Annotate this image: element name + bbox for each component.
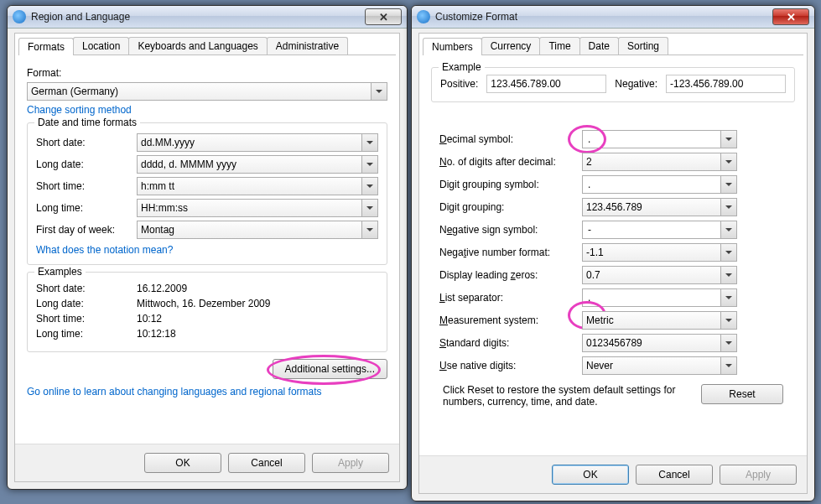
online-link[interactable]: Go online to learn about changing langua… <box>27 386 387 397</box>
neg-sign-label: Negative sign symbol: <box>439 224 582 236</box>
tab-time[interactable]: Time <box>539 37 579 55</box>
tab-sorting[interactable]: Sorting <box>618 37 668 55</box>
standard-digits-combo[interactable]: 0123456789 <box>582 334 737 352</box>
customize-format-dialog: Customize Format ✕ Numbers Currency Time… <box>411 5 815 501</box>
chevron-down-icon <box>361 156 377 173</box>
first-dow-combo[interactable]: Montag <box>137 221 378 239</box>
chevron-down-icon <box>720 312 736 329</box>
chevron-down-icon <box>720 176 736 193</box>
tab-numbers[interactable]: Numbers <box>423 38 482 55</box>
list-separator-label: List separator: <box>439 292 582 304</box>
reset-button[interactable]: Reset <box>701 384 783 404</box>
digit-grouping-combo[interactable]: 123.456.789 <box>582 198 737 216</box>
short-date-label: Short date: <box>36 137 137 148</box>
tab-date[interactable]: Date <box>579 37 619 55</box>
negative-example: -123.456.789.00 <box>666 75 786 93</box>
leading-zeros-combo[interactable]: 0.7 <box>582 266 737 284</box>
list-separator-combo[interactable] <box>582 288 737 307</box>
dialog-body: Numbers Currency Time Date Sorting Examp… <box>418 33 808 494</box>
positive-example: 123.456.789.00 <box>486 75 606 93</box>
cancel-button[interactable]: Cancel <box>636 465 713 485</box>
close-button[interactable]: ✕ <box>365 8 402 25</box>
tab-location[interactable]: Location <box>73 37 129 55</box>
numbers-panel: Example Positive: 123.456.789.00 Negativ… <box>419 55 807 458</box>
short-time-label: Short time: <box>36 180 137 192</box>
globe-icon <box>13 10 26 23</box>
chevron-down-icon <box>361 200 377 216</box>
apply-button[interactable]: Apply <box>312 453 389 473</box>
examples-group: Examples Short date:16.12.2009 Long date… <box>27 272 387 352</box>
short-time-combo[interactable]: h:mm tt <box>137 177 378 195</box>
window-title: Customize Format <box>435 11 772 23</box>
titlebar[interactable]: Region and Language ✕ <box>8 6 407 29</box>
decimal-symbol-combo[interactable] <box>582 130 737 148</box>
tab-keyboards[interactable]: Keyboards and Languages <box>128 37 267 55</box>
reset-note: Click Reset to restore the system defaul… <box>431 379 795 408</box>
format-value: German (Germany) <box>31 86 118 97</box>
chevron-down-icon <box>720 153 736 170</box>
example-short-time: 10:12 <box>137 313 378 325</box>
negative-label: Negative: <box>615 78 657 90</box>
decimal-symbol-label: Decimal symbol: <box>439 133 582 145</box>
tab-strip: Formats Location Keyboards and Languages… <box>18 37 396 55</box>
chevron-down-icon <box>720 199 736 216</box>
long-date-label: Long date: <box>36 158 137 170</box>
native-digits-combo[interactable]: Never <box>582 356 737 375</box>
leading-zeros-label: Display leading zeros: <box>439 269 582 281</box>
additional-settings-button[interactable]: Additional settings... <box>273 359 387 379</box>
example-short-date: 16.12.2009 <box>137 283 378 294</box>
example-long-time: 10:12:18 <box>137 328 378 340</box>
chevron-down-icon <box>720 267 736 283</box>
globe-icon <box>417 10 430 23</box>
tab-strip: Numbers Currency Time Date Sorting <box>423 37 803 55</box>
cancel-button[interactable]: Cancel <box>228 453 305 473</box>
format-label: Format: <box>27 67 387 79</box>
titlebar[interactable]: Customize Format ✕ <box>412 6 814 29</box>
long-time-label: Long time: <box>36 202 137 214</box>
positive-label: Positive: <box>440 78 478 90</box>
tab-currency[interactable]: Currency <box>481 37 541 55</box>
grouping-symbol-combo[interactable] <box>582 175 737 194</box>
chevron-down-icon <box>720 335 736 351</box>
apply-button[interactable]: Apply <box>720 465 797 485</box>
ok-button[interactable]: OK <box>552 465 629 485</box>
digit-grouping-label: Digit grouping: <box>439 201 582 213</box>
date-time-formats-group: Date and time formats Short date:dd.MM.y… <box>27 122 387 265</box>
neg-format-label: Negative number format: <box>439 247 582 258</box>
short-date-combo[interactable]: dd.MM.yyyy <box>137 133 378 152</box>
tab-admin[interactable]: Administrative <box>267 37 348 55</box>
neg-sign-combo[interactable] <box>582 221 737 239</box>
example-long-date: Mittwoch, 16. Dezember 2009 <box>137 298 378 309</box>
chevron-down-icon <box>371 83 387 100</box>
change-sorting-link[interactable]: Change sorting method <box>27 104 387 116</box>
button-bar: OK Cancel Apply <box>419 455 807 493</box>
decimal-symbol-input[interactable] <box>586 131 733 148</box>
chevron-down-icon <box>361 178 377 195</box>
long-date-combo[interactable]: dddd, d. MMMM yyyy <box>137 155 378 174</box>
digits-after-decimal-combo[interactable]: 2 <box>582 153 737 171</box>
chevron-down-icon <box>720 244 736 261</box>
formats-panel: Format: German (Germany) Change sorting … <box>15 55 399 406</box>
grouping-symbol-label: Digit grouping symbol: <box>439 179 582 190</box>
long-time-combo[interactable]: HH:mm:ss <box>137 199 378 217</box>
example-group: Example Positive: 123.456.789.00 Negativ… <box>431 67 795 102</box>
digits-after-decimal-label: No. of digits after decimal: <box>439 156 582 168</box>
dialog-body: Formats Location Keyboards and Languages… <box>14 33 400 482</box>
chevron-down-icon <box>361 221 377 238</box>
measurement-combo[interactable]: Metric <box>582 311 737 330</box>
chevron-down-icon <box>720 357 736 374</box>
neg-format-combo[interactable]: -1.1 <box>582 243 737 262</box>
chevron-down-icon <box>720 221 736 238</box>
first-dow-label: First day of week: <box>36 224 137 236</box>
format-combo[interactable]: German (Germany) <box>27 82 387 101</box>
ok-button[interactable]: OK <box>144 453 221 473</box>
group-title: Date and time formats <box>34 117 140 128</box>
notation-link[interactable]: What does the notation mean? <box>36 244 378 256</box>
chevron-down-icon <box>361 134 377 151</box>
close-button[interactable]: ✕ <box>772 8 809 25</box>
group-title: Examples <box>34 266 86 278</box>
measurement-label: Measurement system: <box>439 314 582 326</box>
standard-digits-label: Standard digits: <box>439 337 582 349</box>
tab-formats[interactable]: Formats <box>18 38 74 55</box>
region-language-dialog: Region and Language ✕ Formats Location K… <box>7 5 408 490</box>
